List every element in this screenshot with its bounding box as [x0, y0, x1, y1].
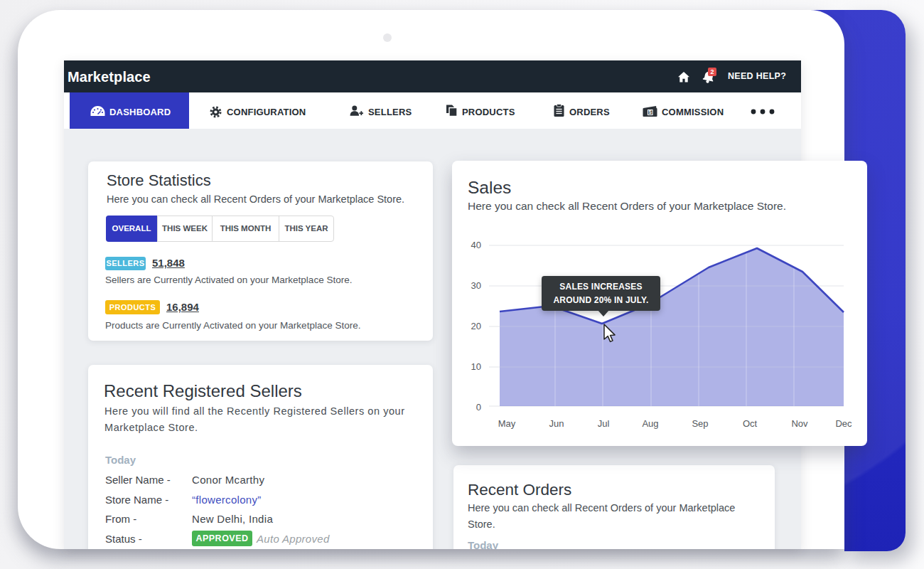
- svg-text:Aug: Aug: [642, 418, 658, 429]
- svg-text:Sep: Sep: [692, 418, 708, 429]
- svg-text:Jul: Jul: [598, 418, 610, 429]
- svg-text:Jun: Jun: [549, 418, 564, 429]
- svg-text:Nov: Nov: [791, 418, 808, 429]
- svg-text:30: 30: [471, 280, 481, 291]
- svg-text:0: 0: [476, 402, 481, 413]
- svg-text:40: 40: [471, 240, 481, 250]
- svg-text:20: 20: [471, 321, 481, 331]
- svg-text:May: May: [498, 418, 516, 429]
- svg-text:Dec: Dec: [835, 418, 852, 429]
- svg-text:10: 10: [471, 361, 481, 372]
- svg-text:Oct: Oct: [743, 418, 758, 429]
